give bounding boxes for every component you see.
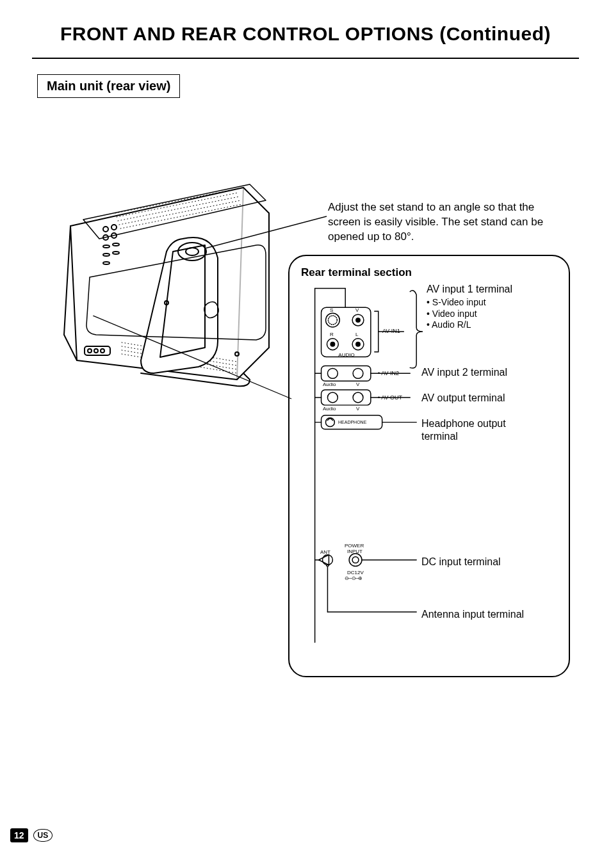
svg-point-19 <box>88 349 92 353</box>
svg-point-53 <box>352 557 359 563</box>
jack-label-avin2mark: • AV-IN2 <box>378 370 399 376</box>
jack-label-r: R <box>330 332 334 337</box>
svg-point-33 <box>355 317 361 323</box>
jack-label-dc12v: DC12V <box>347 570 364 575</box>
jack-label-audio2: Audio <box>323 382 336 387</box>
dc-polarity-icon: ⊖─⊙─⊕ <box>345 575 362 581</box>
jack-label-avin1: AV-IN1 <box>382 328 400 334</box>
jack-label-v: V <box>355 307 359 313</box>
svg-point-9 <box>103 227 108 232</box>
content-area: Adjust the set stand to an angle so that… <box>32 117 579 693</box>
label-avin1: AV input 1 terminal S-Video input Video … <box>427 283 512 331</box>
rear-terminal-panel: Rear terminal section <box>288 255 570 677</box>
svg-point-37 <box>355 342 361 347</box>
title-rule <box>32 58 579 59</box>
label-avout: AV output terminal <box>421 392 505 405</box>
device-illustration <box>45 168 288 399</box>
svg-point-16 <box>113 252 119 254</box>
jack-label-power: POWER <box>345 543 364 549</box>
page-number: 12 <box>10 828 28 842</box>
svg-point-40 <box>327 368 338 378</box>
svg-point-14 <box>113 243 119 246</box>
jack-label-audio3: Audio <box>323 406 336 412</box>
jack-label-headphone: HEADPHONE <box>338 420 366 424</box>
jack-label-audio: AUDIO <box>337 352 356 358</box>
label-headphone: Headphone output terminal <box>421 417 543 443</box>
svg-point-35 <box>330 342 335 347</box>
svg-point-31 <box>328 316 337 325</box>
svg-point-15 <box>103 253 110 256</box>
label-ant: Antenna input terminal <box>421 608 524 621</box>
jack-label-v2: V <box>356 382 359 387</box>
jack-label-ant: ANT <box>320 549 330 555</box>
svg-point-48 <box>325 418 334 427</box>
label-avin2: AV input 2 terminal <box>421 366 507 379</box>
svg-point-21 <box>101 349 104 353</box>
svg-point-44 <box>327 392 338 403</box>
jack-label-input: INPUT <box>347 549 363 554</box>
label-avin1-text: AV input 1 terminal <box>427 283 512 296</box>
svg-point-45 <box>353 392 363 403</box>
svg-point-20 <box>94 349 98 353</box>
svg-point-13 <box>103 245 110 248</box>
jack-label-v3: V <box>356 406 359 412</box>
subheading-box: Main unit (rear view) <box>37 74 180 98</box>
jack-label-avoutmark: • AV-OUT <box>378 394 402 401</box>
label-avin1-sub2: Video input <box>427 309 512 320</box>
svg-point-17 <box>103 262 110 264</box>
jack-label-l: L <box>355 332 358 337</box>
label-avin1-sublist: S-Video input Video input Audio R/L <box>427 297 512 331</box>
label-avin1-sub1: S-Video input <box>427 297 512 309</box>
page-title: FRONT AND REAR CONTROL OPTIONS (Continue… <box>32 23 579 45</box>
svg-point-10 <box>111 225 117 230</box>
svg-point-41 <box>353 368 363 378</box>
label-avin1-sub3: Audio R/L <box>427 319 512 331</box>
stand-adjust-text: Adjust the set stand to an angle so that… <box>328 200 565 245</box>
jack-label-s: S <box>330 307 333 313</box>
label-dc: DC input terminal <box>421 556 501 568</box>
region-badge: US <box>33 829 53 842</box>
svg-point-52 <box>349 554 362 567</box>
svg-point-25 <box>235 352 239 356</box>
page-footer: 12 US <box>10 828 53 842</box>
